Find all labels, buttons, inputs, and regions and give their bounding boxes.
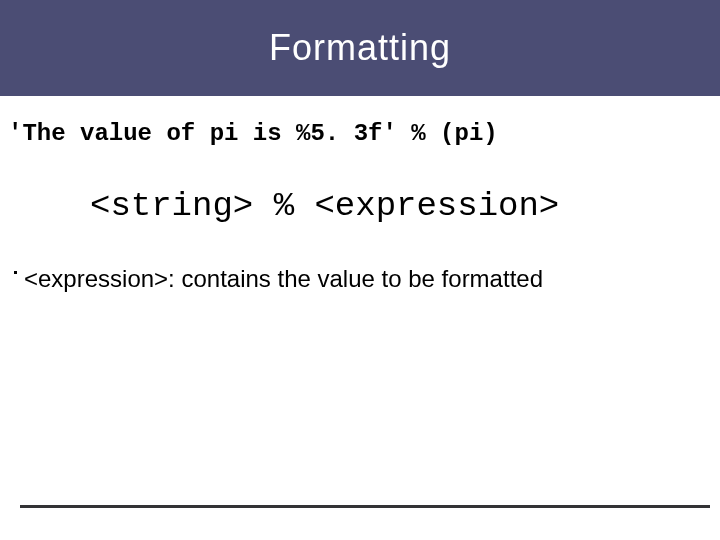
slide: Formatting 'The value of pi is %5. 3f' %… <box>0 0 720 540</box>
title-bar: Formatting <box>0 0 720 96</box>
slide-title: Formatting <box>269 27 451 69</box>
bullet-icon: ་ <box>10 267 22 291</box>
description-body: contains the value to be formatted <box>175 265 543 293</box>
code-example: 'The value of pi is %5. 3f' % (pi) <box>0 96 720 147</box>
horizontal-rule <box>20 505 710 508</box>
syntax-pattern: <string> % <expression> <box>0 147 720 225</box>
description-term: <expression>: <box>24 265 175 293</box>
description-line: ་ <expression>: contains the value to be… <box>0 225 720 293</box>
